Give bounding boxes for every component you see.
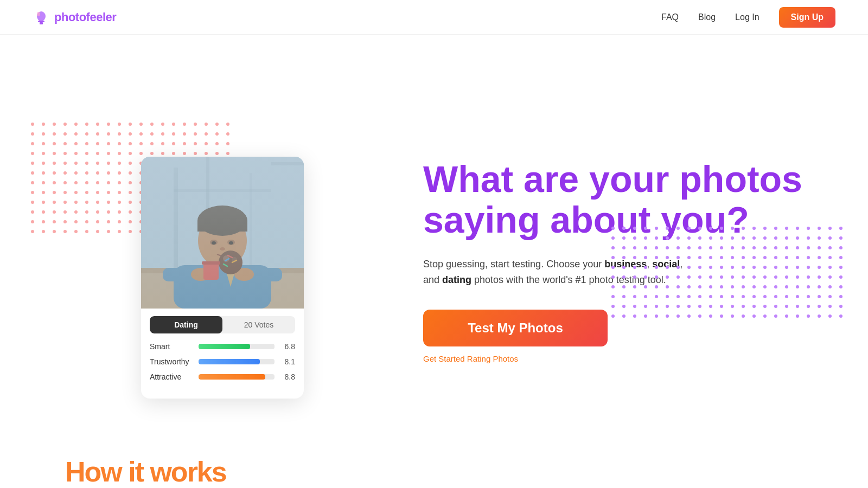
logo[interactable]: photofeeler — [33, 9, 116, 26]
svg-point-417 — [698, 285, 701, 288]
svg-point-446 — [774, 295, 777, 298]
svg-point-166 — [53, 201, 56, 204]
hero-right-panel: What are your photos saying about you? S… — [380, 159, 825, 363]
svg-point-172 — [118, 201, 121, 204]
svg-point-440 — [709, 295, 712, 298]
svg-point-315 — [785, 236, 788, 240]
svg-point-300 — [622, 236, 626, 240]
svg-point-480 — [666, 314, 669, 318]
svg-point-303 — [655, 236, 658, 240]
faq-link[interactable]: FAQ — [661, 12, 679, 22]
svg-point-382 — [796, 266, 799, 269]
svg-point-456 — [644, 305, 647, 308]
svg-point-67 — [63, 152, 67, 155]
rating-bar-attractive-container — [199, 374, 275, 380]
svg-point-24 — [31, 132, 34, 136]
svg-point-296 — [818, 227, 821, 230]
svg-point-494 — [818, 314, 821, 318]
svg-point-366 — [622, 266, 626, 269]
login-link[interactable]: Log In — [735, 12, 759, 22]
svg-point-314 — [774, 236, 777, 240]
svg-point-411 — [633, 285, 636, 288]
tab-dating[interactable]: Dating — [150, 316, 222, 333]
get-started-link[interactable]: Get Started Rating Photos — [423, 354, 518, 363]
svg-point-46 — [53, 142, 56, 145]
svg-point-433 — [633, 295, 636, 298]
svg-line-271 — [228, 255, 232, 258]
svg-point-350 — [687, 256, 691, 259]
rating-score-attractive: 8.8 — [280, 373, 295, 381]
svg-point-81 — [215, 152, 219, 155]
rating-label-trustworthy: Trustworthy — [150, 357, 193, 366]
svg-point-437 — [676, 295, 680, 298]
svg-rect-248 — [271, 162, 304, 165]
svg-point-457 — [655, 305, 658, 308]
svg-point-306 — [687, 236, 691, 240]
svg-point-268 — [219, 251, 242, 274]
svg-point-427 — [807, 285, 810, 288]
svg-point-434 — [644, 295, 647, 298]
svg-point-126 — [53, 181, 56, 184]
photo-card: Dating 20 Votes Smart 6.8 Trustworthy 8.… — [141, 157, 304, 399]
svg-point-4 — [31, 123, 34, 126]
svg-point-421 — [742, 285, 745, 288]
signup-button[interactable]: Sign Up — [779, 7, 835, 28]
svg-point-328 — [687, 246, 691, 249]
logo-wordmark: photofeeler — [54, 10, 116, 24]
svg-point-435 — [655, 295, 658, 298]
svg-point-483 — [698, 314, 701, 318]
svg-point-192 — [118, 210, 121, 214]
svg-point-342 — [839, 246, 843, 249]
svg-point-439 — [698, 295, 701, 298]
svg-point-86 — [53, 162, 56, 165]
svg-point-258 — [227, 240, 235, 245]
svg-point-108 — [74, 171, 78, 175]
svg-point-82 — [226, 152, 229, 155]
svg-point-409 — [611, 285, 615, 288]
svg-point-410 — [622, 285, 626, 288]
svg-point-378 — [752, 266, 756, 269]
svg-point-423 — [763, 285, 767, 288]
nav-links: FAQ Blog Log In Sign Up — [661, 7, 835, 28]
svg-point-406 — [818, 275, 821, 279]
svg-point-187 — [63, 210, 67, 214]
svg-point-213 — [129, 220, 132, 223]
svg-point-331 — [720, 246, 723, 249]
svg-point-335 — [763, 246, 767, 249]
svg-point-13 — [129, 123, 132, 126]
svg-point-360 — [796, 256, 799, 259]
svg-point-383 — [807, 266, 810, 269]
svg-point-32 — [118, 132, 121, 136]
svg-point-70 — [96, 152, 99, 155]
svg-point-329 — [698, 246, 701, 249]
svg-point-71 — [107, 152, 110, 155]
svg-point-124 — [31, 181, 34, 184]
svg-point-317 — [807, 236, 810, 240]
svg-point-412 — [644, 285, 647, 288]
svg-point-208 — [74, 220, 78, 223]
svg-point-332 — [731, 246, 734, 249]
svg-point-301 — [633, 236, 636, 240]
svg-point-144 — [31, 191, 34, 194]
svg-point-442 — [731, 295, 734, 298]
blog-link[interactable]: Blog — [698, 12, 716, 22]
test-photos-button[interactable]: Test My Photos — [423, 310, 608, 346]
svg-point-402 — [774, 275, 777, 279]
svg-point-479 — [655, 314, 658, 318]
svg-point-207 — [63, 220, 67, 223]
svg-rect-263 — [163, 268, 201, 281]
svg-rect-246 — [206, 157, 209, 265]
svg-point-189 — [85, 210, 88, 214]
svg-point-477 — [633, 314, 636, 318]
svg-point-327 — [676, 246, 680, 249]
svg-point-347 — [655, 256, 658, 259]
svg-point-211 — [107, 220, 110, 223]
svg-point-486 — [731, 314, 734, 318]
svg-point-89 — [85, 162, 88, 165]
svg-rect-256 — [197, 221, 247, 232]
svg-point-496 — [839, 314, 843, 318]
svg-point-390 — [644, 275, 647, 279]
svg-point-12 — [118, 123, 121, 126]
rating-label-smart: Smart — [150, 342, 193, 351]
svg-point-445 — [763, 295, 767, 298]
